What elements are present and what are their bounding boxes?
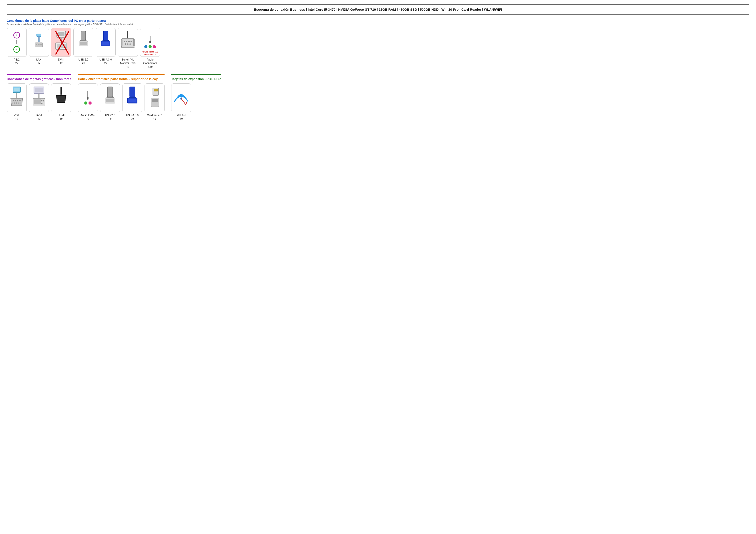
cardreader-icon-box: [145, 83, 165, 112]
ps2-cable-svg: [14, 40, 20, 44]
lan-label: LAN 1x: [36, 58, 41, 66]
expansion-section-title: Tarjetas de expansión - PCI / PCIe: [171, 77, 221, 81]
dvi-red-icon-box: [51, 28, 71, 57]
lan-name: LAN: [36, 58, 41, 62]
dvi-red-svg: [53, 30, 69, 54]
serial-svg: [120, 30, 136, 54]
svg-point-41: [17, 100, 18, 101]
audio-front-circle-pink: [89, 101, 92, 104]
svg-line-75: [181, 98, 186, 104]
svg-rect-61: [87, 97, 89, 100]
usb3-front-label: USB-A 3.0 2x: [126, 113, 139, 121]
svg-point-27: [130, 41, 132, 42]
connector-usb2: USB 2.0 4x: [73, 28, 94, 69]
dvi-gpu-qty: 1x: [36, 117, 42, 121]
lan-icon-box: [29, 28, 49, 57]
svg-rect-8: [58, 32, 65, 36]
usb2-svg: [77, 30, 90, 54]
vga-label: VGA 1x: [14, 113, 19, 121]
wlan-svg: [174, 86, 189, 110]
svg-point-46: [16, 102, 17, 103]
vga-icon-box: [7, 83, 27, 112]
usb2-label: USB 2.0 4x: [78, 58, 89, 66]
audio51-name: Audio Connectors: [140, 58, 160, 66]
hdmi-svg: [53, 86, 69, 110]
svg-point-47: [18, 102, 19, 103]
connector-audio-front: Audio In/Out 1x: [78, 83, 98, 121]
connector-vga: VGA 1x: [7, 83, 27, 121]
svg-rect-18: [103, 31, 108, 40]
svg-rect-4: [36, 43, 37, 44]
audio-front-name: Audio In/Out: [80, 113, 95, 117]
svg-point-45: [14, 102, 15, 103]
audio-jack-front-svg: [86, 91, 90, 100]
svg-point-55: [43, 100, 44, 101]
hdmi-icon-box: [51, 83, 71, 112]
dvi-gpu-svg: [31, 86, 47, 110]
audio-circle-pink: [153, 45, 156, 48]
svg-rect-71: [154, 89, 158, 92]
gpu-section-title: Conexiones de tarjetas gráficas / monito…: [7, 77, 71, 81]
audio-jack-svg: [148, 36, 152, 44]
expansion-connectors-row: W-LAN 1x: [171, 83, 221, 121]
usb2-front-icon-box: [100, 83, 120, 112]
svg-point-40: [15, 100, 16, 101]
svg-point-30: [129, 43, 131, 45]
vga-name: VGA: [14, 113, 19, 117]
bottom-sections: Conexiones de tarjetas gráficas / monito…: [7, 74, 749, 122]
vga-svg: [9, 86, 24, 110]
ps2-dot2: [16, 49, 17, 50]
audio-circle-blue: [144, 45, 148, 48]
svg-point-43: [20, 100, 22, 101]
front-section: Conexiones frontales parte frontal / sup…: [78, 74, 165, 122]
front-section-title: Conexiones frontales parte frontal / sup…: [78, 77, 165, 81]
svg-rect-65: [106, 99, 114, 102]
ps2-label: PS/2 2x: [14, 58, 19, 66]
dvi-red-label: DVI-I 1x: [58, 58, 64, 66]
expansion-section: Tarjetas de expansión - PCI / PCIe: [171, 74, 221, 122]
dvi-gpu-label: DVI-I 1x: [36, 113, 42, 121]
usb3-qty: 2x: [99, 61, 112, 65]
svg-rect-73: [152, 99, 158, 102]
svg-rect-14: [81, 31, 86, 40]
svg-point-29: [127, 43, 128, 45]
serial-name: Seriell (No Monitor Port): [118, 58, 138, 66]
audio-front-label: Audio In/Out 1x: [80, 113, 95, 121]
connector-cardreader: Cardreader * 1x: [145, 83, 165, 121]
audio-front-circle-green: [84, 101, 87, 104]
dvi-gpu-icon-box: [29, 83, 49, 112]
connector-ps2: PS/2 2x: [7, 28, 27, 69]
svg-rect-31: [121, 40, 122, 46]
audio-circle-green: [148, 45, 152, 48]
audio-note: *Panel frontal 7.1 con conector: [141, 51, 159, 56]
motherboard-section-subtitle: (las conexiones del monitor/tarjeta gráf…: [7, 23, 749, 26]
svg-point-54: [41, 100, 42, 101]
svg-point-26: [128, 41, 130, 42]
dvi-gpu-name: DVI-I: [36, 113, 42, 117]
usb2-name: USB 2.0: [78, 58, 89, 62]
usb3-front-svg: [126, 86, 139, 110]
serial-qty: 1x: [118, 65, 138, 69]
audio-circles-front: [84, 101, 92, 104]
usb2-front-label: USB 2.0 3x: [105, 113, 115, 121]
usb2-front-name: USB 2.0: [105, 113, 115, 117]
ps2-dot1: [16, 35, 17, 36]
ps2-icon-box: [7, 28, 27, 57]
audio-front-qty: 1x: [80, 117, 95, 121]
gpu-section: Conexiones de tarjetas gráficas / monito…: [7, 74, 71, 122]
connector-dvi-red: DVI-I 1x: [51, 28, 71, 69]
svg-rect-21: [102, 42, 109, 45]
ps2-name: PS/2: [14, 58, 19, 62]
wlan-label: W-LAN 1x: [177, 113, 185, 121]
page-title: Esquema de conexión Business | Intel Cor…: [7, 5, 749, 15]
audio-front-icon-box: [78, 83, 98, 112]
connector-wlan: W-LAN 1x: [171, 83, 191, 121]
svg-line-76: [186, 102, 187, 104]
motherboard-section: Conexiones de la placa base Conexiones d…: [7, 19, 749, 69]
dvi-red-name: DVI-I: [58, 58, 64, 62]
expansion-divider: [171, 74, 221, 75]
svg-point-56: [41, 103, 42, 104]
svg-rect-62: [107, 87, 113, 97]
usb3-front-name: USB-A 3.0: [126, 113, 139, 117]
svg-rect-32: [133, 40, 135, 46]
